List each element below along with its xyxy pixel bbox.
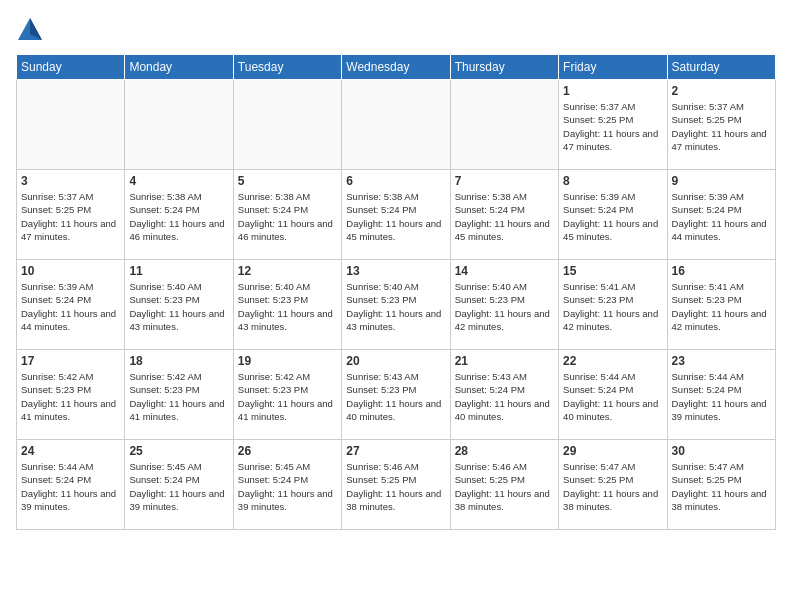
- day-number: 7: [455, 174, 554, 188]
- day-number: 14: [455, 264, 554, 278]
- calendar-cell: 18Sunrise: 5:42 AM Sunset: 5:23 PM Dayli…: [125, 350, 233, 440]
- cell-info: Sunrise: 5:47 AM Sunset: 5:25 PM Dayligh…: [563, 460, 662, 513]
- cell-info: Sunrise: 5:40 AM Sunset: 5:23 PM Dayligh…: [129, 280, 228, 333]
- calendar-cell: 13Sunrise: 5:40 AM Sunset: 5:23 PM Dayli…: [342, 260, 450, 350]
- calendar-cell: [17, 80, 125, 170]
- page-header: [16, 16, 776, 44]
- cell-info: Sunrise: 5:44 AM Sunset: 5:24 PM Dayligh…: [21, 460, 120, 513]
- day-number: 5: [238, 174, 337, 188]
- calendar-cell: 9Sunrise: 5:39 AM Sunset: 5:24 PM Daylig…: [667, 170, 775, 260]
- calendar-cell: 26Sunrise: 5:45 AM Sunset: 5:24 PM Dayli…: [233, 440, 341, 530]
- calendar-cell: 6Sunrise: 5:38 AM Sunset: 5:24 PM Daylig…: [342, 170, 450, 260]
- calendar-cell: 7Sunrise: 5:38 AM Sunset: 5:24 PM Daylig…: [450, 170, 558, 260]
- day-number: 17: [21, 354, 120, 368]
- cell-info: Sunrise: 5:41 AM Sunset: 5:23 PM Dayligh…: [563, 280, 662, 333]
- day-number: 25: [129, 444, 228, 458]
- day-number: 20: [346, 354, 445, 368]
- calendar-table: SundayMondayTuesdayWednesdayThursdayFrid…: [16, 54, 776, 530]
- cell-info: Sunrise: 5:37 AM Sunset: 5:25 PM Dayligh…: [672, 100, 771, 153]
- day-number: 4: [129, 174, 228, 188]
- calendar-cell: 1Sunrise: 5:37 AM Sunset: 5:25 PM Daylig…: [559, 80, 667, 170]
- day-number: 6: [346, 174, 445, 188]
- cell-info: Sunrise: 5:46 AM Sunset: 5:25 PM Dayligh…: [346, 460, 445, 513]
- day-number: 8: [563, 174, 662, 188]
- calendar-header-row: SundayMondayTuesdayWednesdayThursdayFrid…: [17, 55, 776, 80]
- cell-info: Sunrise: 5:39 AM Sunset: 5:24 PM Dayligh…: [672, 190, 771, 243]
- calendar-cell: 4Sunrise: 5:38 AM Sunset: 5:24 PM Daylig…: [125, 170, 233, 260]
- day-number: 10: [21, 264, 120, 278]
- calendar-cell: 15Sunrise: 5:41 AM Sunset: 5:23 PM Dayli…: [559, 260, 667, 350]
- cell-info: Sunrise: 5:37 AM Sunset: 5:25 PM Dayligh…: [21, 190, 120, 243]
- calendar-cell: 12Sunrise: 5:40 AM Sunset: 5:23 PM Dayli…: [233, 260, 341, 350]
- calendar-cell: 20Sunrise: 5:43 AM Sunset: 5:23 PM Dayli…: [342, 350, 450, 440]
- calendar-week-row: 17Sunrise: 5:42 AM Sunset: 5:23 PM Dayli…: [17, 350, 776, 440]
- cell-info: Sunrise: 5:38 AM Sunset: 5:24 PM Dayligh…: [346, 190, 445, 243]
- calendar-cell: 3Sunrise: 5:37 AM Sunset: 5:25 PM Daylig…: [17, 170, 125, 260]
- calendar-week-row: 24Sunrise: 5:44 AM Sunset: 5:24 PM Dayli…: [17, 440, 776, 530]
- calendar-cell: 16Sunrise: 5:41 AM Sunset: 5:23 PM Dayli…: [667, 260, 775, 350]
- cell-info: Sunrise: 5:44 AM Sunset: 5:24 PM Dayligh…: [672, 370, 771, 423]
- calendar-week-row: 1Sunrise: 5:37 AM Sunset: 5:25 PM Daylig…: [17, 80, 776, 170]
- calendar-cell: 29Sunrise: 5:47 AM Sunset: 5:25 PM Dayli…: [559, 440, 667, 530]
- cell-info: Sunrise: 5:38 AM Sunset: 5:24 PM Dayligh…: [455, 190, 554, 243]
- cell-info: Sunrise: 5:38 AM Sunset: 5:24 PM Dayligh…: [238, 190, 337, 243]
- calendar-cell: 22Sunrise: 5:44 AM Sunset: 5:24 PM Dayli…: [559, 350, 667, 440]
- calendar-cell: 2Sunrise: 5:37 AM Sunset: 5:25 PM Daylig…: [667, 80, 775, 170]
- day-number: 19: [238, 354, 337, 368]
- cell-info: Sunrise: 5:47 AM Sunset: 5:25 PM Dayligh…: [672, 460, 771, 513]
- cell-info: Sunrise: 5:41 AM Sunset: 5:23 PM Dayligh…: [672, 280, 771, 333]
- day-number: 21: [455, 354, 554, 368]
- calendar-cell: 8Sunrise: 5:39 AM Sunset: 5:24 PM Daylig…: [559, 170, 667, 260]
- day-number: 9: [672, 174, 771, 188]
- day-number: 22: [563, 354, 662, 368]
- calendar-cell: 28Sunrise: 5:46 AM Sunset: 5:25 PM Dayli…: [450, 440, 558, 530]
- calendar-cell: [342, 80, 450, 170]
- cell-info: Sunrise: 5:42 AM Sunset: 5:23 PM Dayligh…: [129, 370, 228, 423]
- day-number: 27: [346, 444, 445, 458]
- cell-info: Sunrise: 5:38 AM Sunset: 5:24 PM Dayligh…: [129, 190, 228, 243]
- cell-info: Sunrise: 5:43 AM Sunset: 5:24 PM Dayligh…: [455, 370, 554, 423]
- cell-info: Sunrise: 5:42 AM Sunset: 5:23 PM Dayligh…: [21, 370, 120, 423]
- weekday-header: Friday: [559, 55, 667, 80]
- cell-info: Sunrise: 5:44 AM Sunset: 5:24 PM Dayligh…: [563, 370, 662, 423]
- calendar-body: 1Sunrise: 5:37 AM Sunset: 5:25 PM Daylig…: [17, 80, 776, 530]
- cell-info: Sunrise: 5:37 AM Sunset: 5:25 PM Dayligh…: [563, 100, 662, 153]
- day-number: 12: [238, 264, 337, 278]
- calendar-week-row: 3Sunrise: 5:37 AM Sunset: 5:25 PM Daylig…: [17, 170, 776, 260]
- cell-info: Sunrise: 5:40 AM Sunset: 5:23 PM Dayligh…: [238, 280, 337, 333]
- day-number: 15: [563, 264, 662, 278]
- calendar-cell: 10Sunrise: 5:39 AM Sunset: 5:24 PM Dayli…: [17, 260, 125, 350]
- calendar-cell: 19Sunrise: 5:42 AM Sunset: 5:23 PM Dayli…: [233, 350, 341, 440]
- calendar-week-row: 10Sunrise: 5:39 AM Sunset: 5:24 PM Dayli…: [17, 260, 776, 350]
- day-number: 11: [129, 264, 228, 278]
- calendar-cell: 24Sunrise: 5:44 AM Sunset: 5:24 PM Dayli…: [17, 440, 125, 530]
- day-number: 16: [672, 264, 771, 278]
- day-number: 28: [455, 444, 554, 458]
- cell-info: Sunrise: 5:45 AM Sunset: 5:24 PM Dayligh…: [129, 460, 228, 513]
- weekday-header: Sunday: [17, 55, 125, 80]
- cell-info: Sunrise: 5:45 AM Sunset: 5:24 PM Dayligh…: [238, 460, 337, 513]
- day-number: 26: [238, 444, 337, 458]
- day-number: 2: [672, 84, 771, 98]
- calendar-cell: 25Sunrise: 5:45 AM Sunset: 5:24 PM Dayli…: [125, 440, 233, 530]
- day-number: 18: [129, 354, 228, 368]
- calendar-cell: 30Sunrise: 5:47 AM Sunset: 5:25 PM Dayli…: [667, 440, 775, 530]
- calendar-cell: 23Sunrise: 5:44 AM Sunset: 5:24 PM Dayli…: [667, 350, 775, 440]
- weekday-header: Monday: [125, 55, 233, 80]
- calendar-cell: 11Sunrise: 5:40 AM Sunset: 5:23 PM Dayli…: [125, 260, 233, 350]
- calendar-cell: [233, 80, 341, 170]
- logo-icon: [16, 16, 44, 44]
- calendar-cell: [450, 80, 558, 170]
- day-number: 1: [563, 84, 662, 98]
- calendar-cell: 21Sunrise: 5:43 AM Sunset: 5:24 PM Dayli…: [450, 350, 558, 440]
- weekday-header: Wednesday: [342, 55, 450, 80]
- cell-info: Sunrise: 5:43 AM Sunset: 5:23 PM Dayligh…: [346, 370, 445, 423]
- weekday-header: Tuesday: [233, 55, 341, 80]
- cell-info: Sunrise: 5:40 AM Sunset: 5:23 PM Dayligh…: [455, 280, 554, 333]
- day-number: 24: [21, 444, 120, 458]
- calendar-cell: 5Sunrise: 5:38 AM Sunset: 5:24 PM Daylig…: [233, 170, 341, 260]
- calendar-cell: [125, 80, 233, 170]
- day-number: 13: [346, 264, 445, 278]
- cell-info: Sunrise: 5:39 AM Sunset: 5:24 PM Dayligh…: [563, 190, 662, 243]
- cell-info: Sunrise: 5:42 AM Sunset: 5:23 PM Dayligh…: [238, 370, 337, 423]
